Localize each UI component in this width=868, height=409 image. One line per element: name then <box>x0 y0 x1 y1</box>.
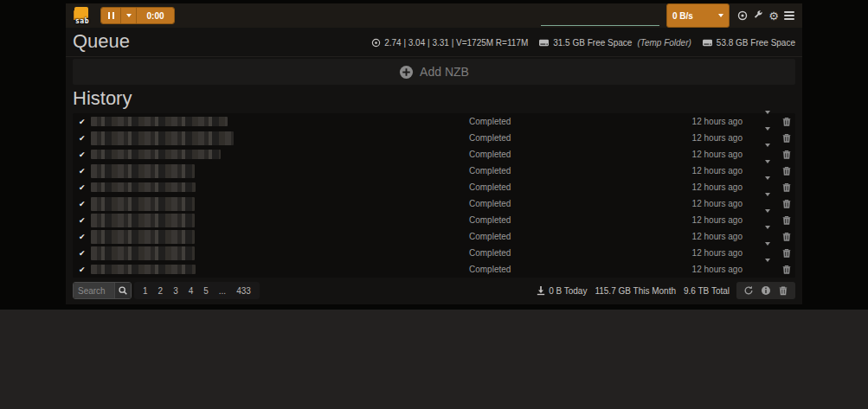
trash-icon <box>782 165 791 176</box>
history-row[interactable]: ✔ Completed 12 hours ago <box>73 130 795 146</box>
delete-row-button[interactable] <box>781 116 792 127</box>
delete-row-button[interactable] <box>781 214 792 226</box>
redacted-name <box>91 265 196 274</box>
redacted-name <box>91 117 228 126</box>
config-gear-button[interactable]: ⚙ <box>766 8 781 23</box>
add-nzb-dropzone[interactable]: Add NZB <box>73 59 795 85</box>
history-list: ✔ Completed 12 hours ago ✔ Comple <box>73 113 795 278</box>
page-button[interactable]: 1 <box>138 286 153 296</box>
chevron-down-icon <box>765 160 770 178</box>
gear-icon: ⚙ <box>768 10 779 22</box>
age-label: 12 hours ago <box>692 117 743 126</box>
speed-label: 0 B/s <box>672 11 693 21</box>
status-button[interactable] <box>735 8 750 23</box>
history-item-name <box>91 182 469 192</box>
history-row[interactable]: ✔ Completed 12 hours ago <box>73 113 795 130</box>
download-icon <box>537 285 545 296</box>
disk-free-space-stat: 53.8 GB Free Space <box>702 38 795 48</box>
check-icon[interactable]: ✔ <box>79 150 91 159</box>
check-icon[interactable]: ✔ <box>79 118 91 126</box>
settings-wrench-button[interactable] <box>750 8 766 23</box>
delete-row-button[interactable] <box>781 198 792 209</box>
check-icon[interactable]: ✔ <box>79 200 91 208</box>
menu-button[interactable] <box>781 8 797 23</box>
speed-limit-button[interactable]: 0 B/s <box>666 3 730 28</box>
sab-logo[interactable]: sab <box>73 6 92 25</box>
history-row[interactable]: ✔ Completed 12 hours ago <box>73 212 795 228</box>
delete-row-button[interactable] <box>781 165 792 176</box>
check-icon[interactable]: ✔ <box>79 265 91 274</box>
refresh-button[interactable] <box>742 284 755 297</box>
redacted-name <box>91 131 234 145</box>
page-button[interactable]: 4 <box>183 286 199 296</box>
check-icon[interactable]: ✔ <box>79 216 91 225</box>
age-label: 12 hours ago <box>692 215 743 225</box>
age-label: 12 hours ago <box>692 199 743 208</box>
search-button[interactable] <box>114 283 131 298</box>
sysload-value: 2.74 | 3.04 | 3.31 | V=1725M R=117M <box>384 38 528 48</box>
total-stat: 9.6 TB Total <box>684 286 730 296</box>
pause-button[interactable] <box>101 8 120 23</box>
month-value: 115.7 GB This Month <box>595 286 676 296</box>
redacted-name <box>91 197 195 211</box>
delete-row-button[interactable] <box>781 182 792 193</box>
status-label: Completed <box>469 182 692 192</box>
redacted-name <box>91 182 196 192</box>
trash-icon <box>782 132 791 144</box>
trash-icon <box>782 264 791 275</box>
check-icon[interactable]: ✔ <box>79 134 91 143</box>
refresh-icon <box>743 285 754 296</box>
history-actions <box>736 282 795 299</box>
delete-row-button[interactable] <box>781 132 792 144</box>
history-row[interactable]: ✔ Completed 12 hours ago <box>73 163 795 179</box>
search-icon <box>118 285 128 296</box>
page-button[interactable]: ... <box>214 286 231 296</box>
pause-options-dropdown[interactable] <box>120 8 136 23</box>
status-label: Completed <box>469 150 692 159</box>
page-button[interactable]: 2 <box>153 286 169 296</box>
info-button[interactable] <box>759 284 773 297</box>
plus-circle-icon <box>399 65 414 80</box>
history-row[interactable]: ✔ Completed 12 hours ago <box>73 228 795 245</box>
history-row[interactable]: ✔ Completed 12 hours ago <box>73 179 795 195</box>
chevron-down-icon <box>765 226 770 244</box>
status-label: Completed <box>469 265 692 274</box>
delete-row-button[interactable] <box>781 149 792 160</box>
search-input[interactable] <box>74 283 114 298</box>
hdd-icon <box>538 38 550 48</box>
status-target-icon <box>737 10 748 21</box>
page-button[interactable]: 5 <box>198 286 214 296</box>
check-icon[interactable]: ✔ <box>79 167 91 176</box>
status-label: Completed <box>469 248 692 258</box>
today-value: 0 B Today <box>549 286 587 296</box>
purge-history-button[interactable] <box>776 284 790 297</box>
delete-row-button[interactable] <box>781 231 792 242</box>
history-item-name <box>91 117 469 126</box>
check-icon[interactable]: ✔ <box>79 233 91 241</box>
wrench-icon <box>753 10 763 21</box>
history-row[interactable]: ✔ Completed 12 hours ago <box>73 245 795 261</box>
chevron-down-icon <box>718 14 723 17</box>
row-options-dropdown[interactable] <box>765 262 770 278</box>
history-item-name <box>91 197 469 211</box>
age-label: 12 hours ago <box>692 166 743 176</box>
check-icon[interactable]: ✔ <box>79 183 91 192</box>
total-value: 9.6 TB Total <box>684 286 730 296</box>
transfer-stats: 0 B Today 115.7 GB This Month 9.6 TB Tot… <box>537 285 730 296</box>
history-row[interactable]: ✔ Completed 12 hours ago <box>73 261 795 278</box>
chevron-down-icon <box>126 14 132 17</box>
history-row[interactable]: ✔ Completed 12 hours ago <box>73 146 795 163</box>
history-item-name <box>91 214 469 227</box>
temp-free-space-stat: 31.5 GB Free Space (Temp Folder) <box>538 38 691 48</box>
page-button[interactable]: 433 <box>231 286 256 296</box>
history-row[interactable]: ✔ Completed 12 hours ago <box>73 195 795 212</box>
delete-row-button[interactable] <box>781 264 792 275</box>
page-button[interactable]: 3 <box>168 286 183 296</box>
age-label: 12 hours ago <box>692 182 743 192</box>
trash-icon <box>782 182 791 193</box>
timer-button[interactable]: 0:00 <box>136 8 174 23</box>
sysload-stat: 2.74 | 3.04 | 3.31 | V=1725M R=117M <box>371 38 528 48</box>
check-icon[interactable]: ✔ <box>79 249 91 258</box>
delete-row-button[interactable] <box>781 247 792 259</box>
search-group <box>73 282 132 299</box>
